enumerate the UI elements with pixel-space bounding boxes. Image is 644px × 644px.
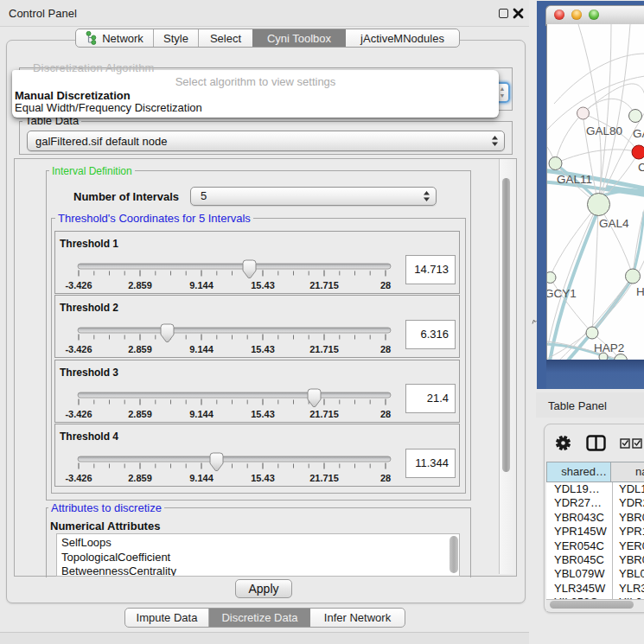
svg-text:GAL11: GAL11 bbox=[557, 173, 592, 186]
svg-text:21.715: 21.715 bbox=[309, 280, 339, 290]
svg-text:C: C bbox=[638, 161, 644, 174]
svg-text:28: 28 bbox=[380, 473, 391, 483]
svg-text:15.43: 15.43 bbox=[251, 344, 275, 354]
svg-text:GAL80: GAL80 bbox=[586, 124, 622, 137]
svg-text:GCY1: GCY1 bbox=[546, 287, 577, 300]
svg-text:2.859: 2.859 bbox=[128, 344, 152, 354]
svg-text:15.43: 15.43 bbox=[251, 409, 275, 419]
svg-text:9.144: 9.144 bbox=[189, 409, 214, 419]
svg-text:GAL4: GAL4 bbox=[599, 217, 629, 230]
svg-text:GA: GA bbox=[633, 127, 644, 140]
svg-text:-3.426: -3.426 bbox=[65, 280, 92, 290]
svg-text:-3.426: -3.426 bbox=[65, 409, 92, 419]
svg-text:9.144: 9.144 bbox=[189, 344, 214, 354]
svg-text:-3.426: -3.426 bbox=[65, 344, 92, 354]
svg-text:21.715: 21.715 bbox=[309, 344, 339, 354]
svg-text:HAP2: HAP2 bbox=[594, 341, 624, 354]
svg-text:15.43: 15.43 bbox=[251, 473, 275, 483]
svg-text:21.715: 21.715 bbox=[309, 409, 339, 419]
svg-text:28: 28 bbox=[380, 409, 391, 419]
svg-text:-3.426: -3.426 bbox=[65, 473, 92, 483]
svg-text:15.43: 15.43 bbox=[251, 280, 275, 290]
svg-text:21.715: 21.715 bbox=[309, 473, 339, 483]
svg-text:9.144: 9.144 bbox=[189, 473, 214, 483]
svg-text:HI: HI bbox=[636, 285, 644, 298]
svg-text:2.859: 2.859 bbox=[128, 409, 152, 419]
svg-text:28: 28 bbox=[380, 280, 391, 290]
svg-text:2.859: 2.859 bbox=[128, 473, 152, 483]
svg-text:28: 28 bbox=[380, 344, 391, 354]
svg-text:9.144: 9.144 bbox=[189, 280, 214, 290]
svg-text:2.859: 2.859 bbox=[128, 280, 152, 290]
